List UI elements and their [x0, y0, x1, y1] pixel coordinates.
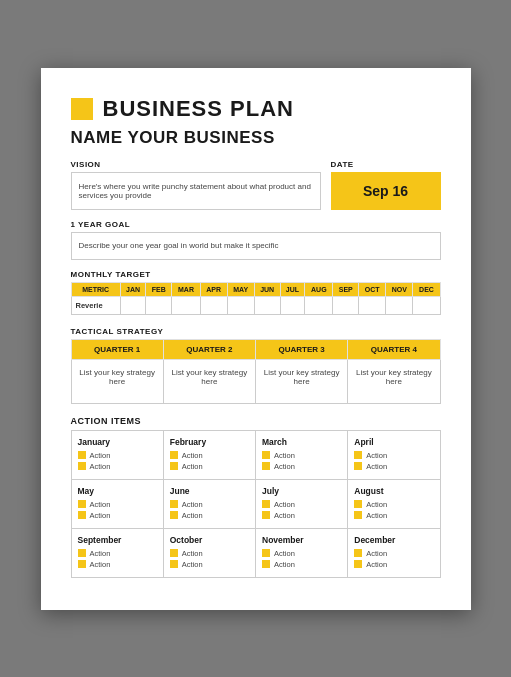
- action-month-name: January: [78, 437, 157, 447]
- action-bullet-icon: [262, 500, 270, 508]
- date-label: DATE: [331, 160, 441, 169]
- dec-val: [413, 296, 440, 314]
- action-item: Action: [78, 511, 157, 520]
- action-bullet-icon: [78, 451, 86, 459]
- action-item-text: Action: [90, 549, 111, 558]
- action-item: Action: [78, 549, 157, 558]
- action-cell-december: DecemberActionAction: [348, 529, 440, 578]
- goal-label: 1 YEAR GOAL: [71, 220, 441, 229]
- action-cell-march: MarchActionAction: [256, 431, 348, 480]
- oct-val: [359, 296, 386, 314]
- col-jun: Jun: [254, 282, 280, 296]
- action-cell-april: AprilActionAction: [348, 431, 440, 480]
- jul-val: [280, 296, 305, 314]
- action-item: Action: [170, 462, 249, 471]
- action-item-text: Action: [182, 500, 203, 509]
- q1-header: Quarter 1: [71, 339, 163, 359]
- action-cell-july: JulyActionAction: [256, 480, 348, 529]
- monthly-section: MONTHLY TARGET Metric Jan Feb Mar Apr Ma…: [71, 270, 441, 315]
- action-bullet-icon: [262, 511, 270, 519]
- action-item-text: Action: [366, 451, 387, 460]
- action-item: Action: [354, 560, 433, 569]
- action-month-name: October: [170, 535, 249, 545]
- action-item-text: Action: [90, 560, 111, 569]
- action-cell-november: NovemberActionAction: [256, 529, 348, 578]
- action-item: Action: [262, 462, 341, 471]
- q3-header: Quarter 3: [256, 339, 348, 359]
- action-bullet-icon: [354, 560, 362, 568]
- action-bullet-icon: [354, 511, 362, 519]
- action-item: Action: [354, 549, 433, 558]
- goal-text: Describe your one year goal in world but…: [79, 241, 279, 250]
- action-item: Action: [354, 451, 433, 460]
- action-item: Action: [262, 451, 341, 460]
- monthly-table: Metric Jan Feb Mar Apr May Jun Jul Aug S…: [71, 282, 441, 315]
- action-bullet-icon: [354, 549, 362, 557]
- tactical-table: Quarter 1 Quarter 2 Quarter 3 Quarter 4 …: [71, 339, 441, 404]
- aug-val: [305, 296, 333, 314]
- action-bullet-icon: [354, 462, 362, 470]
- tactical-label: TACTICAL STRATEGY: [71, 327, 441, 336]
- metric-name: Reverie: [71, 296, 120, 314]
- jan-val: [120, 296, 146, 314]
- col-dec: Dec: [413, 282, 440, 296]
- col-feb: Feb: [146, 282, 172, 296]
- action-bullet-icon: [170, 560, 178, 568]
- q1-strategy: List your key strategy here: [71, 359, 163, 403]
- action-bullet-icon: [170, 549, 178, 557]
- col-jul: Jul: [280, 282, 305, 296]
- action-month-name: March: [262, 437, 341, 447]
- tactical-body-row: List your key strategy here List your ke…: [71, 359, 440, 403]
- action-bullet-icon: [170, 511, 178, 519]
- mar-val: [172, 296, 200, 314]
- action-month-name: September: [78, 535, 157, 545]
- action-item-text: Action: [182, 560, 203, 569]
- q4-strategy: List your key strategy here: [348, 359, 440, 403]
- action-item-text: Action: [182, 511, 203, 520]
- action-month-name: May: [78, 486, 157, 496]
- action-bullet-icon: [78, 560, 86, 568]
- action-item-text: Action: [90, 511, 111, 520]
- header-icon: [71, 98, 93, 120]
- action-item: Action: [354, 500, 433, 509]
- q4-header: Quarter 4: [348, 339, 440, 359]
- vision-input[interactable]: Here's where you write punchy statement …: [71, 172, 321, 210]
- goal-input[interactable]: Describe your one year goal in world but…: [71, 232, 441, 260]
- col-mar: Mar: [172, 282, 200, 296]
- action-item-text: Action: [274, 511, 295, 520]
- action-bullet-icon: [354, 500, 362, 508]
- action-item-text: Action: [274, 560, 295, 569]
- action-item-text: Action: [90, 451, 111, 460]
- action-cell-october: OctoberActionAction: [164, 529, 256, 578]
- page: BUSINESS PLAN NAME YOUR BUSINESS VISION …: [41, 68, 471, 610]
- tactical-header-row: Quarter 1 Quarter 2 Quarter 3 Quarter 4: [71, 339, 440, 359]
- action-bullet-icon: [78, 549, 86, 557]
- col-nov: Nov: [386, 282, 413, 296]
- action-item-text: Action: [366, 560, 387, 569]
- action-item: Action: [262, 511, 341, 520]
- action-bullet-icon: [78, 500, 86, 508]
- action-item-text: Action: [366, 549, 387, 558]
- goal-section: 1 YEAR GOAL Describe your one year goal …: [71, 220, 441, 260]
- tactical-section: TACTICAL STRATEGY Quarter 1 Quarter 2 Qu…: [71, 327, 441, 404]
- action-item: Action: [170, 549, 249, 558]
- action-item: Action: [262, 560, 341, 569]
- nov-val: [386, 296, 413, 314]
- action-item: Action: [170, 560, 249, 569]
- feb-val: [146, 296, 172, 314]
- col-jan: Jan: [120, 282, 146, 296]
- action-bullet-icon: [78, 511, 86, 519]
- action-bullet-icon: [262, 462, 270, 470]
- action-month-name: December: [354, 535, 433, 545]
- col-aug: Aug: [305, 282, 333, 296]
- action-month-name: July: [262, 486, 341, 496]
- action-item-text: Action: [182, 549, 203, 558]
- action-item-text: Action: [274, 500, 295, 509]
- action-bullet-icon: [262, 560, 270, 568]
- action-item: Action: [170, 500, 249, 509]
- col-apr: Apr: [200, 282, 227, 296]
- action-item-text: Action: [366, 500, 387, 509]
- action-bullet-icon: [262, 451, 270, 459]
- action-item: Action: [354, 462, 433, 471]
- vision-block: VISION Here's where you write punchy sta…: [71, 160, 321, 210]
